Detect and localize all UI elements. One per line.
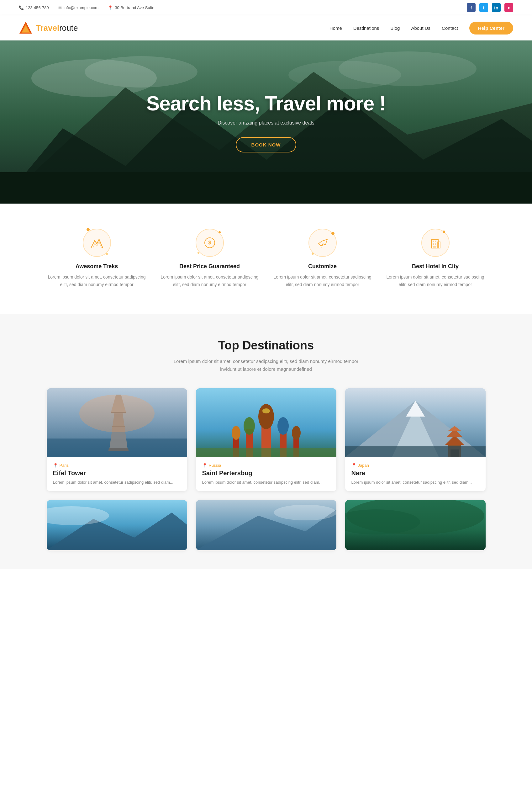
location-icon: 📍 [108, 5, 113, 10]
destinations-grid: 📍 Paris Eifel Tower Lorem ipsum dolor si… [47, 388, 486, 491]
russia-location: 📍 Russia [202, 463, 330, 468]
destinations-title: Top Destinations [19, 339, 513, 352]
japan-location: 📍 Japan [352, 463, 479, 468]
japan-desc: Lorem ipsum dolor sit amet, consetetur s… [352, 479, 479, 486]
logo-travel: Travel [36, 23, 59, 33]
nav-home[interactable]: Home [329, 25, 342, 31]
svg-point-34 [262, 408, 270, 413]
feature-hotel: Best Hotel in City Lorem ipsum dolor sit… [385, 229, 486, 288]
dest-card-b3 [345, 500, 486, 550]
japan-body: 📍 Japan Nara Lorem ipsum dolor sit amet,… [345, 457, 486, 491]
dest-card-paris: 📍 Paris Eifel Tower Lorem ipsum dolor si… [47, 388, 187, 491]
phone-item: 📞 123-456-789 [19, 5, 49, 10]
plane-icon [316, 237, 329, 249]
feature-treks-title: Awesome Treks [47, 263, 147, 270]
treks-dot-br [106, 253, 108, 255]
feature-customize-desc: Lorem ipsum dolor sit amet, consetetur s… [272, 274, 373, 288]
svg-point-30 [79, 395, 155, 432]
customize-dot-bl [311, 253, 314, 255]
hotel-icon-wrap [421, 229, 450, 257]
linkedin-icon[interactable]: in [492, 3, 501, 12]
feature-treks-desc: Lorem ipsum dolor sit amet, consetetur s… [47, 274, 147, 288]
svg-rect-17 [433, 243, 434, 245]
help-center-button[interactable]: Help Center [469, 22, 513, 35]
paris-name: Eifel Tower [53, 470, 181, 477]
facebook-icon[interactable]: f [467, 3, 476, 12]
treks-icon-wrap [83, 229, 111, 257]
bottom-img-2 [196, 500, 336, 550]
svg-point-38 [232, 426, 241, 440]
phone-icon: 📞 [19, 5, 24, 10]
main-nav: Home Destinations Blog About Us Contact … [329, 22, 513, 35]
price-dot-bl [197, 252, 200, 254]
price-dot-tl [218, 231, 221, 234]
logo-text: Travelroute [36, 23, 78, 33]
russia-image [196, 388, 336, 457]
nav-blog[interactable]: Blog [390, 25, 400, 31]
hero-subtitle: Discover amzaing places at exclusive dea… [147, 120, 386, 126]
russia-body: 📍 Russia Saint Pertersbug Lorem ipsum do… [196, 457, 336, 491]
phone-number: 123-456-789 [26, 5, 49, 10]
features-section: Awesome Treks Lorem ipsum dolor sit amet… [0, 204, 532, 314]
paris-body: 📍 Paris Eifel Tower Lorem ipsum dolor si… [47, 457, 187, 491]
logo-icon [19, 21, 33, 35]
feature-hotel-desc: Lorem ipsum dolor sit amet, consetetur s… [385, 274, 486, 288]
dest-card-b2 [196, 500, 336, 550]
top-bar-left: 📞 123-456-789 ✉ info@example.com 📍 30 Be… [19, 5, 154, 10]
svg-text:$: $ [208, 240, 211, 245]
customize-dot-tr [331, 232, 335, 235]
svg-rect-28 [109, 448, 128, 449]
nav-about[interactable]: About Us [411, 25, 431, 31]
russia-name: Saint Pertersbug [202, 470, 330, 477]
social-links: f t in ● [467, 3, 513, 12]
address-text: 30 Bertrand Ave Suite [115, 5, 154, 10]
feature-treks: Awesome Treks Lorem ipsum dolor sit amet… [47, 229, 147, 288]
feature-price-desc: Lorem ipsum dolor sit amet, consetetur s… [159, 274, 260, 288]
features-grid: Awesome Treks Lorem ipsum dolor sit amet… [47, 229, 486, 288]
paris-image [47, 388, 187, 457]
paris-desc: Lorem ipsum dolor sit amet, consetetur s… [53, 479, 181, 486]
top-bar: 📞 123-456-789 ✉ info@example.com 📍 30 Be… [0, 0, 532, 15]
destinations-subtitle: Lorem ipsum dolor sit amet, consetetur s… [172, 357, 360, 373]
svg-rect-18 [435, 243, 436, 245]
russia-pin-icon: 📍 [202, 463, 207, 468]
instagram-icon[interactable]: ● [505, 3, 513, 12]
japan-name: Nara [352, 470, 479, 477]
twitter-icon[interactable]: t [479, 3, 488, 12]
email-address: info@example.com [64, 5, 98, 10]
svg-point-5 [84, 56, 197, 88]
russia-desc: Lorem ipsum dolor sit amet, consetetur s… [202, 479, 330, 486]
svg-rect-29 [109, 449, 129, 451]
svg-point-40 [278, 417, 289, 435]
svg-rect-15 [433, 241, 434, 242]
hotel-icon [429, 237, 442, 249]
dest-card-japan: 📍 Japan Nara Lorem ipsum dolor sit amet,… [345, 388, 486, 491]
paris-location: 📍 Paris [53, 463, 181, 468]
svg-rect-53 [345, 446, 486, 457]
email-item: ✉ info@example.com [58, 5, 98, 10]
svg-rect-16 [435, 241, 436, 242]
book-now-button[interactable]: BOOK NOW [236, 137, 297, 152]
japan-image [345, 388, 486, 457]
svg-point-36 [244, 417, 255, 435]
nav-contact[interactable]: Contact [442, 25, 458, 31]
nav-destinations[interactable]: Destinations [353, 25, 379, 31]
feature-customize-title: Customize [272, 263, 373, 270]
logo-route: route [59, 23, 78, 33]
destinations-bottom-grid [47, 500, 486, 550]
email-icon: ✉ [58, 5, 62, 10]
svg-point-33 [258, 404, 274, 429]
russia-location-text: Russia [209, 463, 221, 468]
svg-rect-10 [0, 172, 532, 204]
destinations-section: Top Destinations Lorem ipsum dolor sit a… [0, 314, 532, 569]
feature-price-title: Best Price Guaranteed [159, 263, 260, 270]
main-header: Travelroute Home Destinations Blog About… [0, 15, 532, 40]
feature-price: $ Best Price Guaranteed Lorem ipsum dolo… [159, 229, 260, 288]
feature-hotel-title: Best Hotel in City [385, 263, 486, 270]
price-icon-wrap: $ [196, 229, 224, 257]
svg-point-59 [274, 505, 336, 520]
paris-pin-icon: 📍 [53, 463, 58, 468]
japan-location-text: Japan [358, 463, 369, 468]
address-item: 📍 30 Bertrand Ave Suite [108, 5, 154, 10]
logo[interactable]: Travelroute [19, 21, 78, 35]
